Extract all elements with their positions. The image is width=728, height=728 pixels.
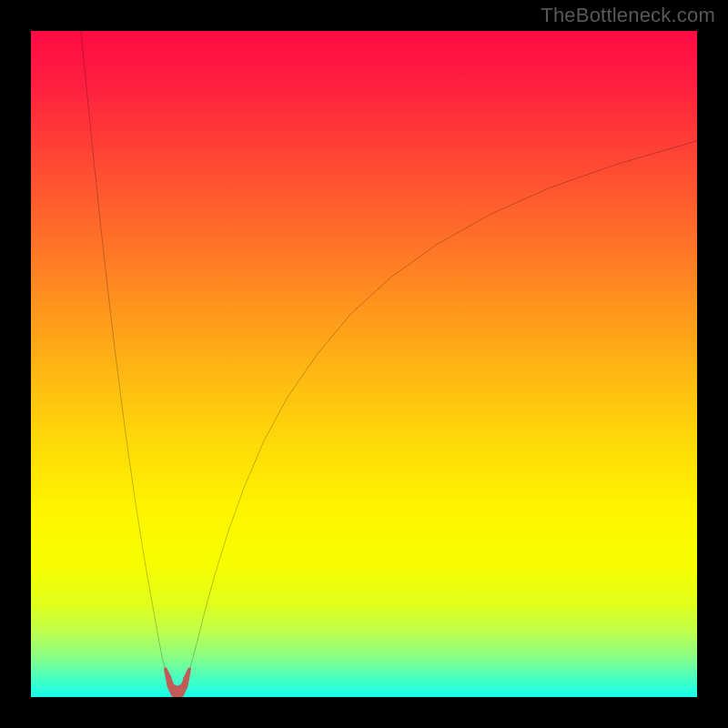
chart-background (31, 31, 697, 697)
watermark-text: TheBottleneck.com (541, 4, 715, 27)
chart-frame: TheBottleneck.com (0, 0, 728, 728)
bottleneck-chart (31, 31, 697, 697)
